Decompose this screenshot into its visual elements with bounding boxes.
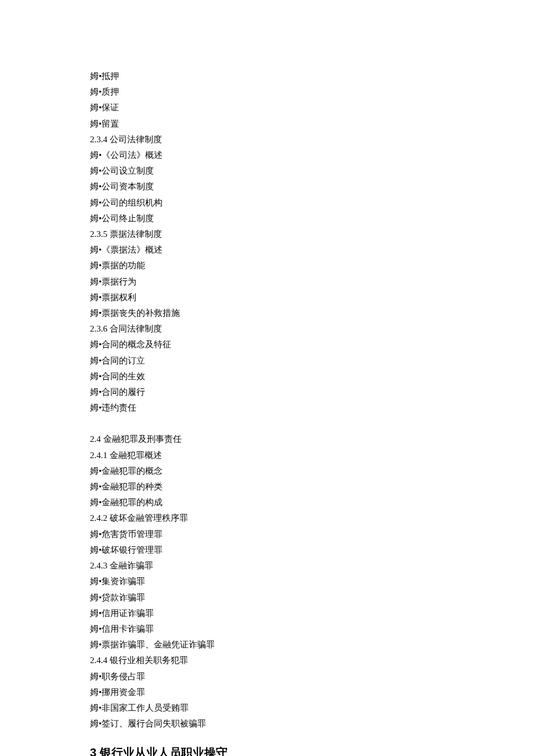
outline-line: 姆•金融犯罪的概念	[90, 463, 444, 479]
outline-line: 2.4 金融犯罪及刑事责任	[90, 431, 444, 447]
outline-line: 姆•留置	[90, 116, 444, 132]
outline-line: 姆•公司终止制度	[90, 211, 444, 226]
outline-line: 姆•票据权利	[90, 290, 444, 305]
outline-line: 姆•合同的概念及特征	[90, 337, 444, 352]
outline-line: 2.4.1 金融犯罪概述	[90, 448, 444, 463]
outline-line: 2.3.6 合同法律制度	[90, 321, 444, 337]
outline-line: 姆•《公司法》概述	[90, 147, 444, 163]
outline-line: 姆•贷款诈骗罪	[90, 590, 444, 606]
outline-line: 2.3.5 票据法律制度	[90, 226, 444, 242]
outline-line: 姆•职务侵占罪	[90, 669, 444, 685]
outline-line: 姆•金融犯罪的构成	[90, 495, 444, 510]
outline-line: 2.4.2 破坏金融管理秩序罪	[90, 510, 444, 526]
outline-line: 姆•票据行为	[90, 274, 444, 290]
section-heading-3: 3 银行业从业人员职业操守	[90, 743, 444, 756]
outline-line: 姆•票据的功能	[90, 258, 444, 273]
outline-line: 姆•票据诈骗罪、金融凭证诈骗罪	[90, 637, 444, 653]
outline-line: 姆•违约责任	[90, 400, 444, 416]
outline-line: 姆•合同的订立	[90, 353, 444, 369]
outline-line: 姆•签订、履行合同失职被骗罪	[90, 716, 444, 732]
outline-line: 姆•非国家工作人员受贿罪	[90, 700, 444, 716]
outline-line: 姆•公司资本制度	[90, 179, 444, 195]
outline-line: 姆•票据丧失的补救措施	[90, 305, 444, 321]
outline-line: 2.3.4 公司法律制度	[90, 132, 444, 147]
blank-line	[90, 416, 444, 431]
outline-line: 姆•合同的履行	[90, 384, 444, 400]
outline-line: 姆•质押	[90, 84, 444, 100]
outline-line: 姆•保证	[90, 100, 444, 116]
outline-line: 姆•抵押	[90, 69, 444, 84]
outline-line: 姆•金融犯罪的种类	[90, 479, 444, 495]
outline-line: 2.4.4 银行业相关职务犯罪	[90, 653, 444, 668]
outline-line: 姆•合同的生效	[90, 369, 444, 384]
outline-line: 姆•挪用资金罪	[90, 685, 444, 700]
outline-line: 姆•《票据法》概述	[90, 242, 444, 258]
outline-line: 姆•危害货币管理罪	[90, 527, 444, 542]
outline-line: 姆•公司设立制度	[90, 163, 444, 179]
document-page: 姆•抵押姆•质押姆•保证姆•留置2.3.4 公司法律制度姆•《公司法》概述姆•公…	[0, 0, 534, 756]
outline-line: 2.4.3 金融诈骗罪	[90, 558, 444, 574]
outline-line: 姆•公司的组织机构	[90, 195, 444, 211]
outline-line: 姆•破坏银行管理罪	[90, 542, 444, 558]
outline-line: 姆•信用证诈骗罪	[90, 606, 444, 621]
outline-line: 姆•集资诈骗罪	[90, 574, 444, 589]
outline-line: 姆•信用卡诈骗罪	[90, 621, 444, 637]
outline-list: 姆•抵押姆•质押姆•保证姆•留置2.3.4 公司法律制度姆•《公司法》概述姆•公…	[90, 69, 444, 732]
